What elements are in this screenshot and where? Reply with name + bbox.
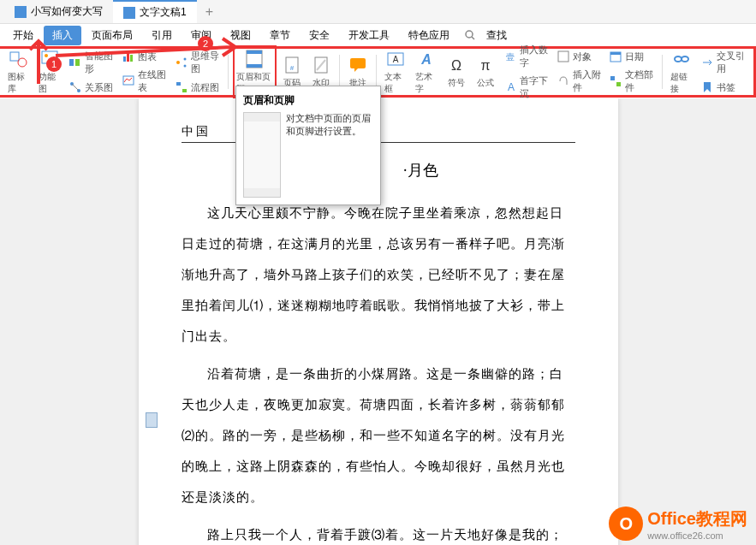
ribbon-label: 流程图 — [191, 81, 219, 94]
dropcap-icon: A — [503, 80, 517, 94]
svg-rect-19 — [182, 89, 187, 92]
menu-special[interactable]: 特色应用 — [400, 26, 458, 45]
wordart-button[interactable]: A 艺术字 — [412, 47, 441, 97]
bookmark-button[interactable]: 书签 — [698, 79, 749, 96]
svg-rect-7 — [75, 59, 80, 66]
site-logo: O Office教程网 www.office26.com — [609, 506, 747, 541]
svg-marker-28 — [354, 68, 358, 72]
svg-rect-39 — [610, 76, 615, 80]
online-chart-button[interactable]: 在线图表 — [119, 67, 170, 96]
svg-text:壹: 壹 — [506, 52, 515, 62]
svg-rect-21 — [247, 50, 262, 54]
logo-text: Office教程网 — [647, 507, 747, 530]
textbox-button[interactable]: A 文本框 — [381, 47, 410, 97]
callout-marker-2: 2 — [198, 36, 213, 51]
online-chart-icon — [122, 74, 135, 88]
page-number-icon: # — [282, 55, 302, 75]
watermark-icon — [311, 55, 331, 75]
svg-point-42 — [682, 56, 688, 62]
ribbon-label: 日期 — [625, 50, 644, 63]
object-icon — [557, 50, 570, 63]
svg-text:π: π — [480, 58, 490, 73]
logo-url: www.office26.com — [647, 530, 747, 541]
tooltip-description: 对文档中页面的页眉和页脚进行设置。 — [286, 112, 373, 198]
svg-text:#: # — [290, 64, 295, 72]
hyperlink-button[interactable]: 超链接 — [667, 47, 696, 97]
svg-line-1 — [472, 37, 474, 39]
page-break-indicator — [146, 412, 158, 428]
svg-rect-36 — [558, 51, 568, 62]
svg-rect-14 — [123, 76, 134, 85]
doc-icon — [123, 7, 135, 19]
svg-rect-40 — [616, 82, 621, 86]
cross-ref-button[interactable]: 交叉引用 — [698, 48, 749, 77]
svg-rect-6 — [69, 59, 74, 66]
menu-chapter[interactable]: 章节 — [261, 26, 299, 45]
relationship-diagram-button[interactable]: 关系图 — [66, 79, 117, 96]
tab-label: 文字文稿1 — [140, 5, 187, 20]
svg-text:Ω: Ω — [451, 58, 461, 73]
ribbon-label: 插入附件 — [573, 68, 603, 94]
date-button[interactable]: 日期 — [606, 48, 658, 65]
ribbon-label: 书签 — [717, 81, 735, 94]
ribbon-label: 对象 — [573, 50, 592, 63]
document-tab-2[interactable]: 文字文稿1 — [113, 0, 197, 23]
formula-button[interactable]: π 公式 — [472, 53, 499, 91]
ribbon-label: 首字下沉 — [520, 74, 550, 100]
symbol-icon: Ω — [446, 55, 467, 75]
relation-icon — [68, 80, 82, 94]
ribbon-label: 符号 — [448, 77, 465, 89]
doc-paragraph: 沿着荷塘，是一条曲折的小煤屑路。这是一条幽僻的路；白天也少人走，夜晚更加寂寞。荷… — [182, 358, 575, 512]
menu-dev-tools[interactable]: 开发工具 — [340, 26, 398, 45]
search-icon[interactable] — [464, 29, 476, 41]
tooltip-title: 页眉和页脚 — [243, 93, 373, 108]
svg-rect-22 — [247, 64, 262, 68]
svg-point-41 — [675, 56, 682, 62]
svg-rect-27 — [350, 58, 366, 68]
doc-paragraph: 路上只我一个人，背着手踱⑶着。这一片天地好像是我的；我也像超出了平常的自己，到了… — [182, 519, 575, 545]
flowchart-icon — [175, 80, 188, 94]
separator — [339, 55, 340, 89]
ribbon-label: 关系图 — [85, 81, 113, 94]
svg-rect-18 — [176, 82, 181, 86]
symbol-button[interactable]: Ω 符号 — [443, 53, 470, 91]
number-icon: 壹 — [503, 50, 517, 63]
wordart-icon: A — [416, 49, 437, 69]
flowchart-button[interactable]: 流程图 — [172, 79, 223, 96]
menu-security[interactable]: 安全 — [301, 26, 338, 45]
bookmark-icon — [700, 80, 714, 94]
comment-icon — [348, 55, 368, 75]
callout-marker-1: 1 — [46, 56, 62, 72]
textbox-icon: A — [385, 49, 406, 69]
parts-icon — [609, 74, 622, 88]
insert-number-button[interactable]: 壹 插入数字 — [501, 42, 552, 71]
svg-line-10 — [72, 84, 79, 91]
separator — [376, 55, 377, 89]
svg-rect-38 — [610, 52, 621, 55]
ribbon-label: 插入数字 — [520, 44, 550, 69]
svg-text:A: A — [392, 55, 398, 64]
svg-point-17 — [183, 65, 186, 68]
document-tabs-bar: 小写如何变大写 文字文稿1 + — [0, 0, 756, 24]
document-tab-1[interactable]: 小写如何变大写 — [4, 1, 113, 22]
ribbon-label: 文档部件 — [625, 68, 655, 94]
attachment-button[interactable]: 插入附件 — [554, 67, 605, 96]
svg-rect-2 — [10, 52, 19, 61]
svg-text:A: A — [508, 81, 515, 93]
dropcap-button[interactable]: A 首字下沉 — [501, 73, 552, 102]
ribbon-label: 超链接 — [670, 71, 693, 95]
svg-point-15 — [176, 61, 180, 64]
header-footer-tooltip: 页眉和页脚 对文档中页面的页眉和页脚进行设置。 — [235, 86, 381, 205]
logo-icon: O — [609, 506, 643, 541]
header-footer-icon — [244, 49, 265, 69]
doc-parts-button[interactable]: 文档部件 — [606, 67, 658, 96]
formula-icon: π — [475, 55, 496, 75]
object-button[interactable]: 对象 — [554, 48, 605, 65]
tab-label: 小写如何变大写 — [31, 4, 103, 19]
svg-point-0 — [466, 31, 473, 38]
add-tab-button[interactable]: + — [197, 1, 222, 23]
separator — [662, 55, 663, 89]
ribbon-label: 公式 — [477, 77, 494, 89]
separator — [228, 55, 229, 89]
ribbon-label: 在线图表 — [138, 68, 168, 94]
